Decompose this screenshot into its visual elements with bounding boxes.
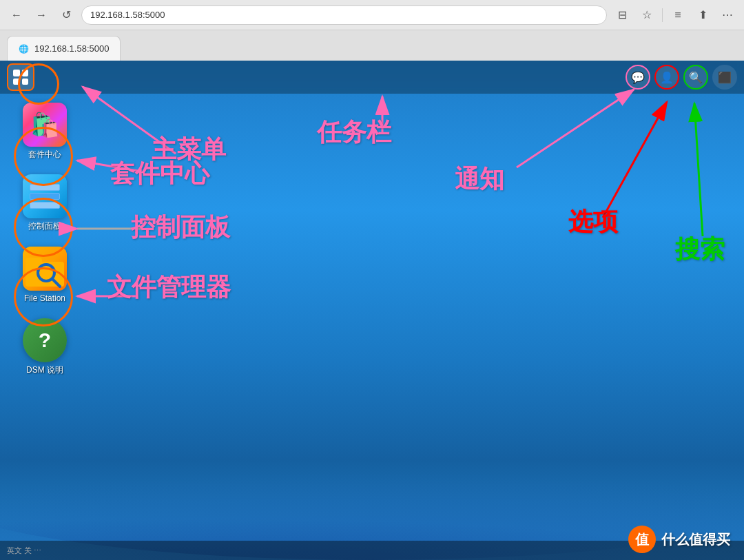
dsm-taskbar: 💬 👤 🔍 ⬛ (0, 61, 744, 94)
svg-line-15 (517, 90, 634, 167)
browser-chrome: ← → ↺ 192.168.1.58:5000 ⊟ ☆ ≡ ⬆ ⋯ 🌐 192.… (0, 0, 744, 61)
display-button[interactable]: ⬛ (712, 65, 737, 90)
address-bar[interactable]: 192.168.1.58:5000 (81, 6, 607, 25)
extensions-button[interactable]: ⋯ (718, 6, 737, 25)
taskbar-annotation: 任务栏 (317, 116, 391, 149)
dsm-help-icon[interactable]: ? DSM 说明 (14, 314, 76, 379)
package-center-image: 🛍️ (23, 103, 67, 147)
file-station-svg (23, 247, 67, 291)
browser-menu-button[interactable]: ≡ (668, 6, 688, 25)
grid-icon (13, 70, 28, 85)
taskbar-right: 💬 👤 🔍 ⬛ (626, 65, 737, 90)
file-station-image (23, 247, 67, 291)
dsm-help-label: DSM 说明 (26, 365, 63, 375)
watermark-text: 什么值得买 (661, 530, 730, 549)
active-tab[interactable]: 🌐 192.168.1.58:5000 (7, 36, 121, 61)
main-menu-annotation: 主菜单 (152, 133, 226, 167)
svg-line-16 (603, 102, 667, 218)
options-annotation: 选项 (568, 205, 618, 239)
reload-button[interactable]: ↺ (56, 6, 76, 25)
svg-line-17 (694, 103, 703, 236)
back-button[interactable]: ← (7, 6, 26, 25)
taskbar-left (7, 63, 34, 91)
dsm-help-image: ? (23, 318, 67, 362)
browser-toolbar: ← → ↺ 192.168.1.58:5000 ⊟ ☆ ≡ ⬆ ⋯ (0, 0, 744, 30)
control-panel-icon[interactable]: 控制面板 (14, 170, 76, 235)
forward-button[interactable]: → (32, 6, 51, 25)
help-circle: ? (23, 318, 67, 362)
desktop-icons: 🛍️ 套件中心 控制面板 (14, 98, 76, 380)
ctrl-icon (30, 184, 60, 209)
notification-button[interactable]: 💬 (626, 65, 650, 90)
share-button[interactable]: ⬆ (693, 6, 712, 25)
control-panel-label: 控制面板 (28, 221, 61, 231)
user-button[interactable]: 👤 (654, 65, 679, 90)
package-center-label: 套件中心 (28, 149, 61, 159)
search-annotation: 搜索 (675, 233, 725, 267)
watermark: 值 什么值得买 (628, 526, 730, 553)
notification-annotation: 通知 (455, 163, 504, 196)
dsm-desktop: 💬 👤 🔍 ⬛ 🛍️ 套件中心 控制面板 (0, 61, 744, 560)
annotations-overlay (0, 61, 744, 560)
file-station-icon[interactable]: File Station (14, 242, 76, 307)
search-button[interactable]: 🔍 (683, 65, 708, 90)
control-panel-image (23, 174, 67, 218)
file-manager-annotation: 文件管理器 (107, 271, 231, 304)
main-menu-button[interactable] (7, 63, 34, 91)
browser-tabs: 🌐 192.168.1.58:5000 (0, 30, 744, 61)
bookmark-button[interactable]: ☆ (637, 6, 657, 25)
watermark-badge: 值 (628, 526, 656, 553)
package-center-icon[interactable]: 🛍️ 套件中心 (14, 98, 76, 163)
control-panel-annotation: 控制面板 (131, 211, 230, 245)
svg-line-10 (83, 87, 176, 154)
file-station-label: File Station (24, 293, 65, 303)
reader-mode-button[interactable]: ⊟ (612, 6, 632, 25)
svg-line-11 (77, 160, 138, 171)
package-center-annotation: 套件中心 (110, 157, 209, 191)
bottom-bar-content: 英文 关 ⋯ (7, 546, 41, 556)
